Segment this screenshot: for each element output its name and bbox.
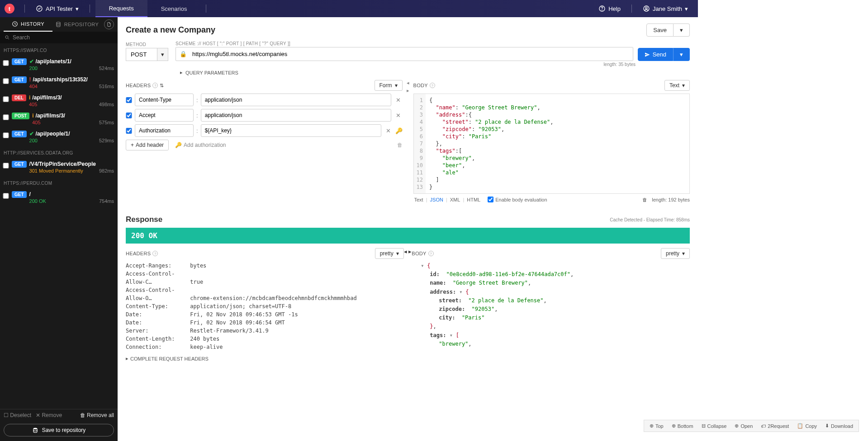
help-link[interactable]: Help: [593, 0, 626, 17]
history-group-title: HTTPS://PERDU.COM: [0, 176, 118, 188]
toolbar-open[interactable]: ⊕ Open: [732, 422, 755, 430]
response-header-row: Accept-Ranges: bytes: [126, 262, 404, 270]
add-header-button[interactable]: + Add header: [126, 140, 169, 150]
toolbar-2request[interactable]: 🏷 2Request: [758, 422, 792, 430]
collapse-right-icon[interactable]: ▸: [407, 88, 409, 94]
svg-point-6: [5, 36, 8, 38]
toolbar-bottom[interactable]: ⊕ Bottom: [669, 422, 696, 430]
enable-body-evaluation[interactable]: Enable body evaluation: [488, 197, 547, 202]
response-panel: Response Cache Detected - Elapsed Time: …: [118, 211, 698, 370]
new-request-button[interactable]: [104, 19, 114, 29]
help-icon: [598, 5, 606, 12]
save-to-repository-button[interactable]: Save to repository: [4, 424, 114, 436]
history-item[interactable]: POST i /api/films/3/ 405 575ms: [0, 110, 118, 128]
response-headers-mode-dropdown[interactable]: pretty ▾: [375, 248, 404, 259]
body-mode-dropdown[interactable]: Text ▾: [664, 80, 690, 91]
lock-icon: 🔒: [176, 51, 190, 57]
toolbar-top[interactable]: ⊕ Top: [647, 422, 666, 430]
request-title: Create a new Company: [126, 25, 215, 35]
headers-mode-dropdown[interactable]: Form ▾: [375, 80, 403, 91]
url-label: SCHEME :// HOST [ ":" PORT ] [ PATH [ "?…: [175, 41, 633, 46]
delete-header-icon[interactable]: ✕: [394, 112, 403, 119]
trash-icon[interactable]: 🗑: [642, 197, 647, 202]
sort-icon[interactable]: ⇅: [160, 83, 164, 89]
method-dropdown[interactable]: ▾: [157, 48, 168, 61]
add-authorization-button[interactable]: 🔑 Add authorization: [175, 142, 226, 148]
header-enabled-checkbox[interactable]: [126, 113, 132, 118]
method-badge: GET: [12, 191, 27, 198]
variable-icon[interactable]: 🔑: [395, 127, 403, 134]
complete-request-headers-toggle[interactable]: ▸ COMPLETE REQUEST HEADERS: [126, 356, 404, 361]
send-button[interactable]: Send: [638, 48, 673, 61]
url-length: length: 35 bytes: [126, 62, 636, 67]
header-value-input[interactable]: [201, 124, 381, 137]
method-label: METHOD: [126, 42, 171, 47]
tab-scenarios[interactable]: Scenarios: [147, 0, 201, 17]
delete-header-icon[interactable]: ✕: [394, 97, 403, 103]
header-enabled-checkbox[interactable]: [126, 97, 132, 103]
response-json-tree[interactable]: ▾{ id: "0e8cedd0-ad98-11e6-bf2e-47644ada…: [412, 262, 690, 348]
toolbar-collapse[interactable]: ⊟ Collapse: [699, 422, 730, 430]
delete-header-icon[interactable]: ✕: [384, 127, 393, 134]
send-button-group: Send ▾: [638, 48, 690, 61]
body-mode-xml[interactable]: XML: [449, 197, 461, 202]
history-item[interactable]: GET /V4/TripPinService/People 301 Moved …: [0, 158, 118, 176]
database-icon: [32, 427, 38, 433]
query-parameters-toggle[interactable]: ▸ QUERY PARAMETERS: [180, 70, 690, 75]
history-item-checkbox[interactable]: [3, 60, 9, 66]
history-item-checkbox[interactable]: [3, 96, 9, 102]
remove-all-button[interactable]: 🗑 Remove all: [80, 412, 114, 418]
response-header-row: Date: Fri, 02 Nov 2018 09:46:54 GMT: [126, 319, 404, 327]
toolbar-download[interactable]: ⬇ Download: [822, 422, 856, 430]
history-item-checkbox[interactable]: [3, 193, 9, 199]
method-select[interactable]: [126, 48, 157, 61]
collapse-right-icon[interactable]: ▸: [408, 248, 412, 255]
history-item[interactable]: GET / 200 OK 754ms: [0, 188, 118, 206]
tab-requests[interactable]: Requests: [95, 0, 147, 17]
help-icon[interactable]: ?: [152, 83, 158, 88]
header-key-input[interactable]: [135, 124, 194, 137]
toolbar-copy[interactable]: 📋 Copy: [794, 422, 820, 430]
url-input[interactable]: [190, 47, 633, 61]
header-enabled-checkbox[interactable]: [126, 128, 132, 134]
help-icon[interactable]: ?: [152, 251, 158, 256]
history-item-checkbox[interactable]: [3, 132, 9, 138]
body-mode-html[interactable]: HTML: [466, 197, 481, 202]
save-button[interactable]: Save: [646, 23, 674, 37]
header-key-input[interactable]: [135, 109, 194, 122]
response-header-row: Server: Restlet-Framework/3.41.9: [126, 327, 404, 335]
trash-icon[interactable]: 🗑: [397, 142, 403, 148]
send-dropdown[interactable]: ▾: [673, 48, 690, 61]
save-dropdown[interactable]: ▾: [674, 23, 690, 37]
history-item-checkbox[interactable]: [3, 163, 9, 169]
header-row: : ✕ 🔑: [126, 124, 403, 137]
header-value-input[interactable]: [201, 109, 391, 122]
response-meta: Cache Detected - Elapsed Time: 858ms: [610, 217, 690, 222]
response-body-mode-dropdown[interactable]: pretty ▾: [661, 248, 690, 259]
remove-button[interactable]: ✕ Remove: [36, 412, 62, 418]
sidebar-tab-repository[interactable]: REPOSITORY: [52, 17, 101, 32]
sidebar-tab-history[interactable]: HISTORY: [4, 17, 52, 32]
body-editor[interactable]: 12345678910111213 { "name": "George Stre…: [413, 94, 690, 194]
history-item[interactable]: DEL i /api/films/3/ 405 498ms: [0, 92, 118, 110]
body-mode-text[interactable]: Text: [413, 197, 424, 202]
header-key-input[interactable]: [135, 94, 194, 106]
header-value-input[interactable]: [201, 94, 391, 106]
sidebar: HISTORY REPOSITORY Search HTTPS://SWAPI.…: [0, 17, 118, 441]
history-item[interactable]: GET ✔ /api/people/1/ 200 529ms: [0, 128, 118, 146]
collapse-left-icon[interactable]: ◂: [404, 248, 407, 255]
collapse-left-icon[interactable]: ◂: [407, 80, 409, 86]
body-mode-json[interactable]: JSON: [429, 197, 444, 202]
history-item-checkbox[interactable]: [3, 78, 9, 84]
deselect-button[interactable]: ☐ Deselect: [4, 412, 31, 418]
save-button-group: Save ▾: [646, 23, 690, 37]
app-logo[interactable]: t: [5, 4, 14, 14]
help-icon[interactable]: ?: [428, 251, 434, 256]
history-item[interactable]: GET ! /api/starships/13t352/ 404 516ms: [0, 74, 118, 92]
user-menu[interactable]: Jane Smith ▾: [637, 0, 693, 17]
history-item-checkbox[interactable]: [3, 114, 9, 120]
help-icon[interactable]: ?: [430, 83, 435, 88]
search-input[interactable]: Search: [0, 32, 118, 43]
history-item[interactable]: GET ✔ /api/planets/1/ 200 524ms: [0, 56, 118, 74]
app-switcher[interactable]: API Tester ▾: [30, 0, 84, 17]
